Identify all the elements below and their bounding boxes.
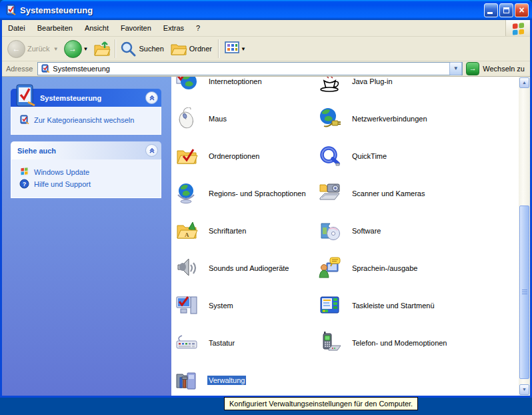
forward-icon: →	[64, 40, 82, 58]
item-label[interactable]: Maus	[207, 114, 228, 123]
item-label[interactable]: QuickTime	[351, 151, 388, 161]
views-button[interactable]: ▼	[223, 40, 248, 57]
item-ordneroptionen[interactable]: Ordneroptionen	[175, 145, 261, 167]
see-also-panel: Siehe auch Windows Update	[11, 141, 161, 198]
forward-dropdown-icon: ▼	[83, 46, 89, 52]
forward-button[interactable]: → ▼	[64, 40, 89, 58]
item-label[interactable]: Taskleiste und Startmenü	[351, 301, 436, 310]
menu-hilfe[interactable]: ?	[190, 21, 206, 35]
toolbar-separator	[115, 39, 115, 58]
software-icon[interactable]	[319, 220, 341, 242]
item-tastatur[interactable]: Tastatur	[175, 332, 236, 354]
chevron-up-icon[interactable]	[145, 144, 158, 157]
panel-header[interactable]: Siehe auch	[11, 141, 161, 159]
up-button[interactable]	[93, 40, 111, 57]
admin-tools-icon[interactable]	[175, 369, 198, 392]
address-dropdown-icon[interactable]: ▼	[449, 62, 462, 75]
item-maus[interactable]: Maus	[175, 107, 228, 130]
item-software[interactable]: Software	[319, 220, 382, 242]
folder-options-icon[interactable]	[175, 145, 198, 167]
phone-modem-icon[interactable]	[319, 332, 341, 354]
address-input[interactable]: Systemsteuerung ▼	[37, 62, 463, 75]
item-label[interactable]: Internetoptionen	[207, 77, 263, 86]
explorer-window: Systemsteuerung × Datei Bearbeiten Ansic…	[0, 0, 532, 398]
titlebar[interactable]: Systemsteuerung ×	[0, 0, 532, 20]
item-schriftarten[interactable]: A Schriftarten	[175, 220, 247, 242]
maximize-icon	[503, 7, 509, 13]
item-label[interactable]: Sounds und Audiogeräte	[207, 264, 291, 273]
menu-favoriten[interactable]: Favoriten	[115, 21, 157, 35]
minimize-button[interactable]	[484, 3, 498, 17]
item-sounds-audiogeraete[interactable]: Sounds und Audiogeräte	[175, 257, 291, 280]
scanner-camera-icon[interactable]	[319, 182, 341, 205]
control-panel-icon	[5, 4, 17, 16]
folders-icon	[170, 40, 187, 57]
help-support-label: Hilfe und Support	[34, 180, 91, 188]
item-label[interactable]: Scanner und Kameras	[351, 189, 426, 198]
vertical-scrollbar[interactable]: ▲ ▼	[519, 77, 530, 396]
item-sprachein-ausgabe[interactable]: Sprachein-/ausgabe	[319, 257, 419, 280]
java-icon[interactable]	[319, 77, 341, 93]
item-internetoptionen[interactable]: Internetoptionen	[175, 77, 263, 93]
back-button[interactable]: ← Zurück ▼	[7, 40, 59, 58]
item-netzwerkverbindungen[interactable]: Netzwerkverbindungen	[319, 107, 429, 130]
item-taskleiste-startmenue[interactable]: Taskleiste und Startmenü	[319, 294, 436, 317]
search-button[interactable]: Suchen	[119, 40, 165, 57]
windows-flag-icon	[505, 20, 530, 36]
internet-options-icon[interactable]	[175, 77, 198, 93]
address-value: Systemsteuerung	[53, 65, 449, 73]
regional-options-icon[interactable]	[175, 182, 198, 205]
item-label[interactable]: Netzwerkverbindungen	[351, 114, 429, 123]
item-label[interactable]: Regions- und Sprachoptionen	[207, 189, 307, 198]
item-label[interactable]: Schriftarten	[207, 226, 247, 236]
control-panel-task-panel: Systemsteuerung Zur Kategorieansicht wec…	[11, 89, 161, 135]
go-label: Wechseln zu	[483, 65, 525, 73]
desktop: Systemsteuerung × Datei Bearbeiten Ansic…	[0, 0, 532, 415]
keyboard-icon[interactable]	[175, 332, 198, 354]
item-scanner-kameras[interactable]: Scanner und Kameras	[319, 182, 426, 205]
item-label[interactable]: System	[207, 301, 235, 310]
window-title: Systemsteuerung	[20, 5, 484, 15]
item-label-selected[interactable]: Verwaltung	[207, 376, 246, 385]
maximize-button[interactable]	[499, 3, 513, 17]
folders-button[interactable]: Ordner	[170, 40, 214, 57]
item-label[interactable]: Tastatur	[207, 338, 236, 348]
folders-label: Ordner	[189, 45, 212, 53]
menu-datei[interactable]: Datei	[2, 21, 31, 35]
scrollbar-thumb[interactable]	[519, 205, 529, 379]
quicktime-icon[interactable]	[319, 145, 341, 167]
menu-bearbeiten[interactable]: Bearbeiten	[31, 21, 79, 35]
go-button[interactable]: → Wechseln zu	[463, 62, 529, 75]
scroll-down-icon[interactable]: ▼	[519, 384, 529, 395]
up-folder-icon	[93, 40, 111, 57]
network-icon[interactable]	[319, 107, 341, 130]
scroll-up-icon[interactable]: ▲	[519, 77, 529, 88]
item-label[interactable]: Software	[351, 226, 382, 236]
item-label[interactable]: Ordneroptionen	[207, 151, 261, 161]
panel-title: Siehe auch	[11, 147, 145, 155]
chevron-up-icon[interactable]	[145, 91, 158, 104]
taskbar-icon[interactable]	[319, 294, 341, 317]
mouse-icon[interactable]	[175, 107, 198, 130]
close-button[interactable]: ×	[515, 3, 529, 17]
sounds-icon[interactable]	[175, 257, 198, 280]
category-view-link[interactable]: Zur Kategorieansicht wechseln	[19, 115, 157, 125]
item-telefon-modemoptionen[interactable]: Telefon- und Modemoptionen	[319, 332, 448, 354]
address-label: Adresse	[6, 65, 33, 73]
item-java-plugin[interactable]: Java Plug-in	[319, 77, 394, 93]
help-support-link[interactable]: ? Hilfe und Support	[19, 179, 157, 189]
item-label[interactable]: Sprachein-/ausgabe	[351, 264, 419, 273]
system-icon[interactable]	[175, 294, 198, 317]
views-icon	[225, 41, 239, 56]
item-quicktime[interactable]: QuickTime	[319, 145, 388, 167]
speech-icon[interactable]	[319, 257, 341, 280]
menu-extras[interactable]: Extras	[157, 21, 190, 35]
menu-ansicht[interactable]: Ansicht	[79, 21, 115, 35]
fonts-icon[interactable]: A	[175, 220, 198, 242]
item-label[interactable]: Telefon- und Modemoptionen	[351, 338, 448, 348]
windows-update-link[interactable]: Windows Update	[19, 167, 157, 177]
item-system[interactable]: System	[175, 294, 235, 317]
item-verwaltung[interactable]: Verwaltung	[175, 369, 246, 392]
item-label[interactable]: Java Plug-in	[351, 77, 394, 86]
item-regions-sprachoptionen[interactable]: Regions- und Sprachoptionen	[175, 182, 307, 205]
